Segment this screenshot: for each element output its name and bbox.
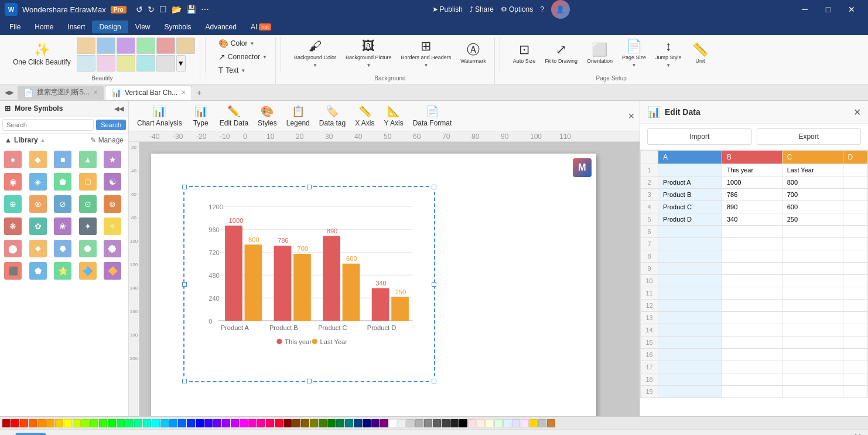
menu-advanced[interactable]: Advanced [199,21,244,33]
jump-style-btn[interactable]: ↕ Jump Style ▼ [652,38,685,70]
color-swatch[interactable] [248,419,257,427]
cell-c[interactable]: 700 [782,189,843,201]
template-5[interactable] [156,38,175,54]
color-swatch[interactable] [160,419,169,427]
color-swatch[interactable] [459,419,467,427]
cell-a[interactable]: Product B [658,189,722,201]
color-swatch[interactable] [55,419,63,427]
symbol-item[interactable]: ⬤ [2,238,23,259]
new-btn[interactable]: ☐ [159,5,167,14]
chart-edit-data-btn[interactable]: ✏️ Edit Data [216,103,252,129]
symbol-item[interactable]: ⭐ [52,260,73,281]
symbol-item[interactable]: ⬟ [52,171,73,192]
color-swatch[interactable] [327,419,336,427]
cell-d[interactable] [843,349,867,361]
more-btn[interactable]: ⋯ [201,5,209,14]
import-btn[interactable]: Import [647,128,752,145]
cell-b[interactable] [722,300,782,312]
symbol-item[interactable]: 🔶 [102,260,123,281]
background-color-btn[interactable]: 🖌 Background Color ▼ [291,38,340,70]
color-swatch[interactable] [468,419,476,427]
color-swatch[interactable] [442,419,450,427]
cell-b[interactable]: This year [722,164,782,176]
share-btn[interactable]: ⤴ Share [470,5,494,13]
color-swatch[interactable] [503,419,511,427]
color-swatch[interactable] [231,419,239,427]
cell-c[interactable] [782,250,843,263]
help-btn[interactable]: ? [540,5,544,13]
orientation-btn[interactable]: ⬜ Orientation [583,41,616,66]
cell-a[interactable]: Product D [658,213,722,226]
chart-container[interactable]: 1200 960 720 480 240 0 [183,186,435,382]
add-tab-btn[interactable]: + [193,87,205,98]
handle-bm[interactable] [307,379,312,383]
color-swatch[interactable] [486,419,494,427]
color-swatch[interactable] [46,419,54,427]
cell-a[interactable] [658,164,722,176]
cell-c[interactable] [782,324,843,337]
template-1[interactable] [77,38,95,54]
color-swatch[interactable] [450,419,459,427]
cell-b[interactable]: 340 [722,213,782,226]
color-swatch[interactable] [134,419,142,427]
color-swatch[interactable] [11,419,19,427]
symbol-item[interactable]: ✿ [28,216,49,237]
page-size-btn[interactable]: 📄 Page Size ▼ [618,38,650,70]
menu-insert[interactable]: Insert [60,21,92,33]
color-swatch[interactable] [108,419,116,427]
cell-b[interactable] [722,373,782,386]
page-tab[interactable]: Page-1 [15,433,46,436]
color-swatch[interactable] [512,419,520,427]
cell-b[interactable]: 890 [722,201,782,213]
color-swatch[interactable] [521,419,529,427]
handle-ml[interactable] [182,282,187,287]
color-swatch[interactable] [319,419,327,427]
handle-bl[interactable] [182,379,187,383]
color-swatch[interactable] [415,419,423,427]
template-7[interactable] [77,55,95,72]
cell-d[interactable] [843,337,867,349]
tab-2-close[interactable]: ✕ [181,89,186,96]
symbol-item[interactable]: ⬡ [77,171,98,192]
cell-c[interactable] [782,275,843,287]
cell-d[interactable] [843,300,867,312]
chart-x-axis-btn[interactable]: 📏 X Axis [351,103,378,129]
tab-1[interactable]: 📄 搜索意图判断S... ✕ [18,86,104,100]
background-picture-btn[interactable]: 🖼 Background Picture ▼ [342,38,395,70]
color-swatch[interactable] [424,419,432,427]
chart-type-btn[interactable]: 📊 Type [188,103,214,129]
cell-d[interactable] [843,312,867,324]
cell-b[interactable] [722,312,782,324]
open-btn[interactable]: 📂 [172,5,182,14]
cell-a[interactable] [658,250,722,263]
cell-b[interactable] [722,337,782,349]
color-swatch[interactable] [37,419,46,427]
chart-y-axis-btn[interactable]: 📐 Y Axis [381,103,407,129]
avatar[interactable]: 👤 [551,0,570,19]
cell-d[interactable] [843,164,867,176]
cell-b[interactable]: 786 [722,189,782,201]
symbol-item[interactable]: ⯃ [77,238,98,259]
symbol-item[interactable]: 🔷 [77,260,98,281]
color-swatch[interactable] [283,419,292,427]
cell-d[interactable] [843,361,867,373]
cell-c[interactable] [782,337,843,349]
color-swatch[interactable] [81,419,90,427]
symbol-item[interactable]: ❀ [52,216,73,237]
cell-c[interactable]: Last Year [782,164,843,176]
fit-to-drawing-btn[interactable]: ⤢ Fit to Drawing [541,41,581,67]
color-swatch[interactable] [547,419,555,427]
template-9[interactable] [117,55,135,72]
cell-b[interactable] [722,349,782,361]
cell-d[interactable] [843,263,867,275]
handle-tm[interactable] [307,185,312,189]
library-collapse-icon[interactable]: ▲ [40,137,46,143]
cell-d[interactable] [843,238,867,250]
color-swatch[interactable] [29,419,37,427]
color-btn[interactable]: 🎨 Color ▼ [215,38,271,49]
export-btn[interactable]: Export [757,128,862,145]
cell-a[interactable] [658,386,722,398]
text-btn[interactable]: T Text ▼ [215,64,271,76]
color-swatch[interactable] [90,419,98,427]
symbol-item[interactable]: ■ [52,149,73,170]
